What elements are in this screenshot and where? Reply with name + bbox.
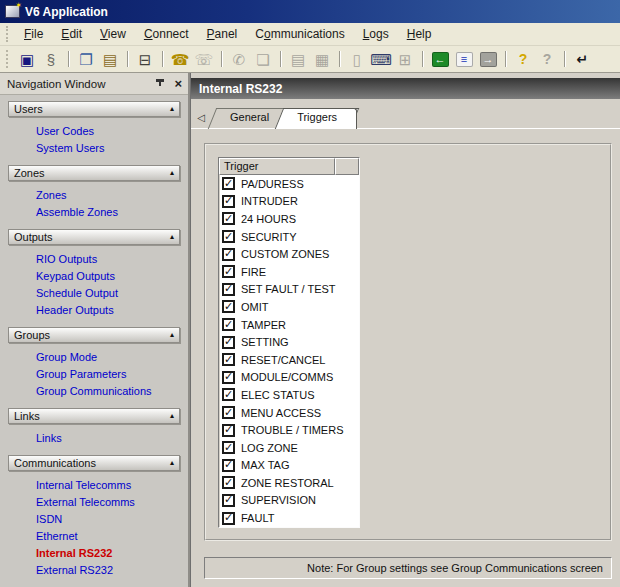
connect-button[interactable]: ☎ (168, 48, 192, 70)
section-communications[interactable]: Communications ▴ (8, 455, 180, 471)
trigger-row[interactable]: ✓ 24 HOURS (219, 210, 359, 228)
collapse-arrow-icon[interactable]: ▴ (170, 105, 174, 113)
context-help-button[interactable]: ? (535, 48, 559, 70)
trigger-checkbox[interactable]: ✓ (222, 318, 235, 331)
attach-button[interactable]: § (39, 48, 63, 70)
menu-file[interactable]: File (15, 25, 52, 43)
trigger-checkbox[interactable]: ✓ (222, 248, 235, 261)
trigger-row[interactable]: ✓ ZONE RESTORAL (219, 474, 359, 492)
address-book-button[interactable]: ▤ (286, 48, 310, 70)
pin-icon[interactable] (154, 78, 166, 90)
trigger-row[interactable]: ✓ TROUBLE / TIMERS (219, 421, 359, 439)
enter-button[interactable]: ↵ (570, 48, 594, 70)
help-button[interactable]: ? (511, 48, 535, 70)
trigger-column-header[interactable]: Trigger (219, 158, 335, 175)
section-groups[interactable]: Groups ▴ (8, 327, 180, 343)
menu-logs[interactable]: Logs (354, 25, 398, 43)
panel-view-button[interactable]: ▦ (310, 48, 334, 70)
nav-internal-telecomms[interactable]: Internal Telecomms (36, 477, 180, 494)
trigger-row[interactable]: ✓ SUPERVISION (219, 492, 359, 510)
trigger-row[interactable]: ✓ PA/DURESS (219, 175, 359, 193)
save-button[interactable]: ▣ (15, 48, 39, 70)
title-bar[interactable]: V6 Application (0, 0, 620, 23)
nav-keypad-outputs[interactable]: Keypad Outputs (36, 268, 180, 285)
trigger-row[interactable]: ✓ MODULE/COMMS (219, 369, 359, 387)
tab-triggers[interactable]: Triggers (279, 108, 355, 129)
section-links[interactable]: Links ▴ (8, 408, 180, 424)
menu-panel[interactable]: Panel (198, 25, 247, 43)
menu-connect[interactable]: Connect (135, 25, 198, 43)
nav-rio-outputs[interactable]: RIO Outputs (36, 251, 180, 268)
trigger-checkbox[interactable]: ✓ (222, 177, 235, 190)
trigger-checkbox[interactable]: ✓ (222, 230, 235, 243)
nav-external-telecomms[interactable]: External Telecomms (36, 494, 180, 511)
nav-ethernet[interactable]: Ethernet (36, 528, 180, 545)
trigger-row[interactable]: ✓ RESET/CANCEL (219, 351, 359, 369)
tab-scroll-left-icon[interactable]: ◁ (194, 108, 208, 126)
section-outputs[interactable]: Outputs ▴ (8, 229, 180, 245)
menubar-grip[interactable] (6, 26, 11, 41)
trigger-checkbox[interactable]: ✓ (222, 512, 235, 525)
nav-external-rs232[interactable]: External RS232 (36, 562, 180, 579)
trigger-checkbox[interactable]: ✓ (222, 441, 235, 454)
trigger-checkbox[interactable]: ✓ (222, 476, 235, 489)
trigger-row[interactable]: ✓ SET FAULT / TEST (219, 281, 359, 299)
trigger-row[interactable]: ✓ MENU ACCESS (219, 404, 359, 422)
empty-column-header[interactable] (335, 158, 359, 175)
collapse-arrow-icon[interactable]: ▴ (170, 233, 174, 241)
trigger-checkbox[interactable]: ✓ (222, 371, 235, 384)
close-icon[interactable]: × (174, 77, 182, 90)
nav-schedule-output[interactable]: Schedule Output (36, 285, 180, 302)
toolbar-grip[interactable] (6, 50, 11, 68)
trigger-checkbox[interactable]: ✓ (222, 388, 235, 401)
trigger-row[interactable]: ✓ TAMPER (219, 316, 359, 334)
nav-user-codes[interactable]: User Codes (36, 123, 180, 140)
copy-button[interactable]: ❐ (74, 48, 98, 70)
site-button[interactable]: ▯ (345, 48, 369, 70)
section-users[interactable]: Users ▴ (8, 101, 180, 117)
nav-isdn[interactable]: ISDN (36, 511, 180, 528)
nav-group-communications[interactable]: Group Communications (36, 383, 180, 400)
collapse-arrow-icon[interactable]: ▴ (170, 169, 174, 177)
disconnect-button[interactable]: ☏ (192, 48, 216, 70)
menu-view[interactable]: View (91, 25, 135, 43)
trigger-checkbox[interactable]: ✓ (222, 459, 235, 472)
forward-button[interactable]: → (476, 48, 500, 70)
trigger-checkbox[interactable]: ✓ (222, 283, 235, 296)
nav-zones[interactable]: Zones (36, 187, 180, 204)
trigger-checkbox[interactable]: ✓ (222, 424, 235, 437)
collapse-arrow-icon[interactable]: ▴ (170, 459, 174, 467)
trigger-checkbox[interactable]: ✓ (222, 406, 235, 419)
trigger-checkbox[interactable]: ✓ (222, 300, 235, 313)
trigger-row[interactable]: ✓ CUSTOM ZONES (219, 245, 359, 263)
calculator-button[interactable]: ⊞ (393, 48, 417, 70)
trigger-row[interactable]: ✓ SECURITY (219, 228, 359, 246)
remote-access-button[interactable]: ⌨ (369, 48, 393, 70)
trigger-checkbox[interactable]: ✓ (222, 336, 235, 349)
nav-group-mode[interactable]: Group Mode (36, 349, 180, 366)
trigger-row[interactable]: ✓ ELEC STATUS (219, 386, 359, 404)
collapse-arrow-icon[interactable]: ▴ (170, 412, 174, 420)
nav-group-parameters[interactable]: Group Parameters (36, 366, 180, 383)
paste-button[interactable]: ▤ (98, 48, 122, 70)
trigger-row[interactable]: ✓ FAULT (219, 509, 359, 527)
nav-links[interactable]: Links (36, 430, 180, 447)
send-receive-button[interactable]: ✆ (227, 48, 251, 70)
trigger-row[interactable]: ✓ SETTING (219, 333, 359, 351)
details-button[interactable]: ≡ (452, 48, 476, 70)
menu-communications[interactable]: Communications (246, 25, 353, 43)
upload-button[interactable]: ❏ (251, 48, 275, 70)
section-zones[interactable]: Zones ▴ (8, 165, 180, 181)
nav-assemble-zones[interactable]: Assemble Zones (36, 204, 180, 221)
trigger-checkbox[interactable]: ✓ (222, 212, 235, 225)
menu-edit[interactable]: Edit (52, 25, 91, 43)
nav-header-outputs[interactable]: Header Outputs (36, 302, 180, 319)
trigger-row[interactable]: ✓ MAX TAG (219, 457, 359, 475)
trigger-row[interactable]: ✓ OMIT (219, 298, 359, 316)
trigger-checkbox[interactable]: ✓ (222, 353, 235, 366)
collapse-arrow-icon[interactable]: ▴ (170, 331, 174, 339)
trigger-checkbox[interactable]: ✓ (222, 265, 235, 278)
trigger-row[interactable]: ✓ FIRE (219, 263, 359, 281)
trigger-row[interactable]: ✓ INTRUDER (219, 193, 359, 211)
print-button[interactable]: ⊟ (133, 48, 157, 70)
